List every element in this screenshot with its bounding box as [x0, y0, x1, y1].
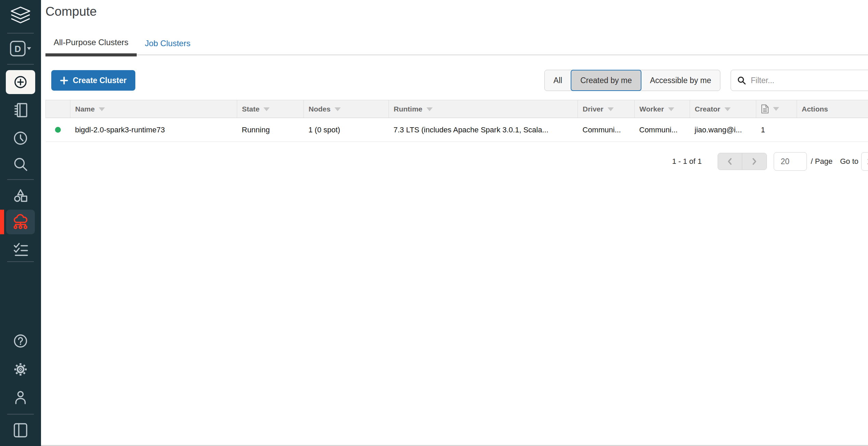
- notebook-icon: [12, 102, 29, 118]
- chevron-left-icon: [727, 157, 733, 166]
- clusters-table-wrap: Name State Nodes Runtime Driver Worker C…: [45, 100, 868, 142]
- next-page-button[interactable]: [742, 153, 767, 170]
- col-creator[interactable]: Creator: [690, 100, 756, 118]
- plus-icon: [60, 77, 68, 84]
- chevron-right-icon: [751, 157, 757, 166]
- sidebar-item-account[interactable]: [0, 389, 41, 406]
- help-question-icon: [12, 333, 29, 349]
- sort-caret-icon[interactable]: [773, 107, 779, 111]
- sidebar-item-search[interactable]: [0, 156, 41, 172]
- data-shapes-icon: [12, 187, 29, 204]
- app-root: D: [0, 0, 868, 446]
- workspace-d-icon: D: [9, 40, 32, 57]
- person-icon: [12, 389, 29, 406]
- col-runtime[interactable]: Runtime: [389, 100, 578, 118]
- filter-search-input[interactable]: [751, 76, 868, 85]
- notebooks-count-icon: [761, 104, 769, 114]
- cluster-actions: [797, 118, 868, 142]
- cluster-creator: jiao.wang@i...: [690, 118, 756, 142]
- sidebar-item-jobs[interactable]: [0, 241, 41, 258]
- sidebar-item-data[interactable]: [0, 187, 41, 204]
- cluster-worker: Communi...: [635, 118, 690, 142]
- create-cluster-button[interactable]: Create Cluster: [51, 70, 135, 91]
- sidebar-divider: [7, 261, 34, 262]
- search-icon: [737, 76, 746, 85]
- sort-caret-icon[interactable]: [99, 107, 105, 111]
- sidebar-divider: [7, 33, 34, 34]
- filter-created-by-me-button[interactable]: Created by me: [571, 70, 641, 91]
- jobs-checklist-icon: [12, 241, 29, 258]
- sidebar-item-recents[interactable]: [0, 130, 41, 146]
- tab-bar: All-Purpose Clusters Job Clusters: [45, 34, 868, 55]
- col-worker[interactable]: Worker: [635, 100, 690, 118]
- table-header-row: Name State Nodes Runtime Driver Worker C…: [46, 100, 868, 118]
- filter-all-button[interactable]: All: [545, 70, 571, 91]
- sidebar: D: [0, 0, 41, 446]
- sort-caret-icon[interactable]: [335, 107, 341, 111]
- sidebar-divider: [7, 414, 34, 415]
- circle-plus-icon: [13, 75, 28, 90]
- tab-all-purpose-clusters[interactable]: All-Purpose Clusters: [45, 34, 137, 56]
- sidebar-logo[interactable]: [0, 4, 41, 27]
- pagination-range: 1 - 1 of 1: [672, 157, 702, 166]
- status-cell: [46, 118, 70, 142]
- sidebar-divider: [7, 64, 34, 65]
- toolbar-right: All Created by me Accessible by me: [544, 70, 868, 91]
- active-indicator: [0, 210, 4, 234]
- gear-icon: [12, 361, 29, 378]
- sidebar-item-create[interactable]: [6, 70, 35, 94]
- running-status-icon: [55, 127, 61, 133]
- compute-cluster-icon: [13, 214, 28, 230]
- toolbar: Create Cluster All Created by me Accessi…: [41, 70, 868, 91]
- cluster-row[interactable]: bigdl-2.0-spark3-runtime73 Running 1 (0 …: [46, 118, 868, 142]
- pagination: 1 - 1 of 1 / Page Go to: [41, 152, 868, 171]
- pager-buttons: [718, 153, 767, 170]
- filter-search-box: [731, 70, 868, 91]
- sidebar-item-workspace[interactable]: [0, 102, 41, 118]
- goto-label: Go to: [840, 157, 858, 166]
- cluster-name[interactable]: bigdl-2.0-spark3-runtime73: [70, 118, 237, 142]
- sidebar-item-collapse[interactable]: [0, 422, 41, 438]
- goto-page-input[interactable]: [861, 152, 868, 171]
- create-cluster-label: Create Cluster: [73, 76, 126, 85]
- cluster-runtime: 7.3 LTS (includes Apache Spark 3.0.1, Sc…: [389, 118, 578, 142]
- col-nodes[interactable]: Nodes: [304, 100, 389, 118]
- sort-caret-icon[interactable]: [724, 107, 731, 111]
- clock-icon: [12, 130, 29, 146]
- col-driver[interactable]: Driver: [578, 100, 635, 118]
- previous-page-button[interactable]: [718, 153, 742, 170]
- sidebar-item-help[interactable]: [0, 333, 41, 349]
- col-status: [46, 100, 70, 118]
- page-size-input[interactable]: [774, 152, 807, 171]
- page-title: Compute: [45, 3, 868, 20]
- sort-caret-icon[interactable]: [426, 107, 433, 111]
- main-content: Compute All-Purpose Clusters Job Cluster…: [41, 0, 868, 446]
- cluster-notebooks-count: 1: [756, 118, 797, 142]
- col-state[interactable]: State: [237, 100, 304, 118]
- cluster-state: Running: [237, 118, 304, 142]
- cluster-driver: Communi...: [578, 118, 635, 142]
- sort-caret-icon[interactable]: [263, 107, 270, 111]
- search-icon: [12, 156, 29, 172]
- filter-accessible-by-me-button[interactable]: Accessible by me: [641, 70, 720, 91]
- sort-caret-icon[interactable]: [608, 107, 614, 111]
- sidebar-item-workspace-switcher[interactable]: D: [0, 40, 41, 57]
- collapse-panel-icon: [12, 422, 29, 438]
- tab-job-clusters[interactable]: Job Clusters: [137, 35, 199, 54]
- clusters-table: Name State Nodes Runtime Driver Worker C…: [45, 100, 868, 142]
- per-page-label: / Page: [811, 157, 833, 166]
- filter-segment-group: All Created by me Accessible by me: [544, 70, 720, 91]
- col-name[interactable]: Name: [70, 100, 237, 118]
- databricks-logo-icon: [10, 4, 31, 27]
- col-notebooks[interactable]: [756, 100, 797, 118]
- cluster-nodes: 1 (0 spot): [304, 118, 389, 142]
- sidebar-item-compute[interactable]: [6, 210, 35, 234]
- sort-caret-icon[interactable]: [668, 107, 674, 111]
- sidebar-item-settings[interactable]: [0, 361, 41, 378]
- sidebar-divider: [7, 179, 34, 180]
- svg-text:D: D: [15, 44, 21, 54]
- col-actions: Actions: [797, 100, 868, 118]
